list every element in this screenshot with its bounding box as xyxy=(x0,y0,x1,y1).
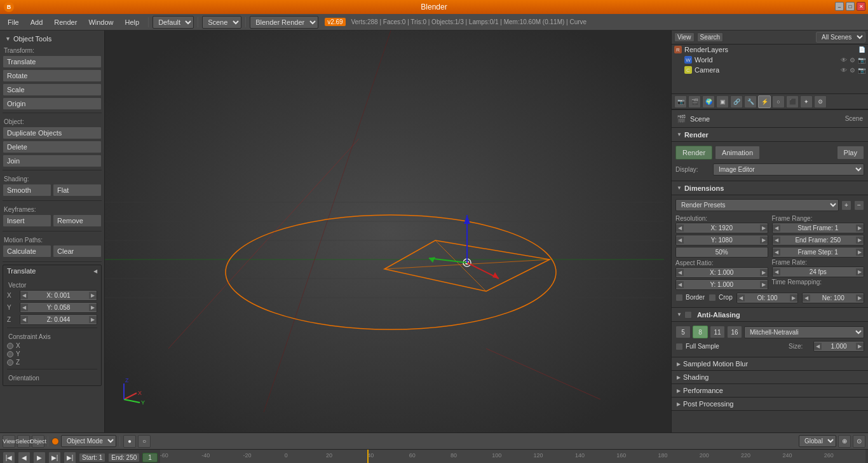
axis-z-dot[interactable] xyxy=(7,359,13,366)
timeline-next-btn[interactable]: ▶| xyxy=(48,452,61,464)
menu-help[interactable]: Help xyxy=(120,17,145,27)
delete-button[interactable]: Delete xyxy=(3,141,102,153)
ne-inc[interactable]: ▶ xyxy=(856,294,864,301)
size-dec[interactable]: ◀ xyxy=(814,343,822,350)
prop-icon-physics[interactable]: ⚙ xyxy=(814,95,827,108)
start-inc[interactable]: ▶ xyxy=(856,225,864,232)
global-select[interactable]: Global xyxy=(799,435,836,447)
outliner-item-world[interactable]: W World 👁 ⚙ 📷 xyxy=(672,55,868,65)
aspect-x-inc[interactable]: ▶ xyxy=(760,269,768,276)
y-dec-arrow[interactable]: ◀ xyxy=(20,304,28,311)
current-frame-display[interactable]: 1 xyxy=(142,453,158,462)
origin-button[interactable]: Origin xyxy=(3,97,102,110)
translate-section-header[interactable]: Translate ◀ xyxy=(3,265,101,277)
calculate-button[interactable]: Calculate xyxy=(3,245,51,258)
translate-button[interactable]: Translate xyxy=(3,55,102,68)
x-dec-arrow[interactable]: ◀ xyxy=(20,292,28,299)
timeline-play-btn[interactable]: ▶ xyxy=(33,452,46,464)
snap-btn[interactable]: ⊕ xyxy=(838,435,851,448)
x-inc-arrow[interactable]: ▶ xyxy=(89,292,97,299)
outliner-item-renderlayers[interactable]: R RenderLayers 📄 xyxy=(672,45,868,55)
menu-add[interactable]: Add xyxy=(25,17,48,27)
aspect-y-inc[interactable]: ▶ xyxy=(760,281,768,288)
start-frame-display[interactable]: Start: 1 xyxy=(79,453,105,462)
prop-icon-render[interactable]: 📷 xyxy=(674,95,687,108)
fps-inc[interactable]: ▶ xyxy=(856,268,864,275)
aa-section-header[interactable]: ▼ Anti-Aliasing xyxy=(672,308,868,322)
clear-button[interactable]: Clear xyxy=(53,245,102,258)
res-y-dec[interactable]: ◀ xyxy=(676,237,684,244)
prop-icon-constraints[interactable]: 🔗 xyxy=(730,95,743,108)
prop-icon-texture[interactable]: ⬛ xyxy=(786,95,799,108)
select-button[interactable]: Select xyxy=(17,435,30,448)
ol-dec[interactable]: ◀ xyxy=(737,294,745,301)
aa-btn-8[interactable]: 8 xyxy=(693,326,708,338)
shading-header[interactable]: ▶ Shading xyxy=(672,371,868,384)
timeline-ruler[interactable]: -60-40-200204060801001201401601802002202… xyxy=(160,450,865,463)
duplicate-button[interactable]: Duplicate Objects xyxy=(3,127,102,139)
end-dec[interactable]: ◀ xyxy=(773,237,780,244)
close-button[interactable]: ✕ xyxy=(857,2,865,11)
mode-icon[interactable] xyxy=(51,438,59,445)
menu-window[interactable]: Window xyxy=(83,17,118,27)
timeline-prev-btn[interactable]: ◀ xyxy=(18,452,31,464)
aa-btn-11[interactable]: 11 xyxy=(710,326,725,338)
presets-add-btn[interactable]: + xyxy=(841,200,851,211)
render-section-header[interactable]: ▼ Render xyxy=(672,128,868,142)
prop-icon-particles[interactable]: ✦ xyxy=(800,95,813,108)
outliner-item-camera[interactable]: C Camera 👁 ⚙ 📷 xyxy=(672,65,868,75)
animation-button[interactable]: Animation xyxy=(715,146,760,160)
render-engine-select[interactable]: Blender Render xyxy=(250,16,318,29)
menu-render[interactable]: Render xyxy=(49,17,82,27)
prop-icon-world[interactable]: 🌍 xyxy=(702,95,715,108)
res-y-inc[interactable]: ▶ xyxy=(760,237,768,244)
insert-button[interactable]: Insert xyxy=(3,214,51,227)
viewport[interactable]: User Persp + (1) Curve xyxy=(105,31,671,432)
presets-remove-btn[interactable]: − xyxy=(854,200,864,211)
render-presets-select[interactable]: Render Presets xyxy=(675,199,839,211)
aspect-y-dec[interactable]: ◀ xyxy=(676,281,684,288)
start-dec[interactable]: ◀ xyxy=(773,225,780,232)
res-x-inc[interactable]: ▶ xyxy=(760,225,768,232)
scene-select[interactable]: Scene xyxy=(202,16,241,29)
viewport-shade-solid[interactable]: ● xyxy=(123,435,136,448)
rotate-button[interactable]: Rotate xyxy=(3,69,102,82)
viewport-shade-wire[interactable]: ○ xyxy=(138,435,151,448)
prop-icon-material[interactable]: ○ xyxy=(772,95,785,108)
flat-button[interactable]: Flat xyxy=(53,184,102,197)
aa-btn-16[interactable]: 16 xyxy=(727,326,742,338)
end-frame-display[interactable]: End: 250 xyxy=(108,453,140,462)
mode-select[interactable]: Object Mode xyxy=(61,435,116,447)
minimize-button[interactable]: – xyxy=(835,2,844,11)
render-button[interactable]: Render xyxy=(675,146,712,160)
aa-btn-5[interactable]: 5 xyxy=(675,326,691,338)
z-inc-arrow[interactable]: ▶ xyxy=(89,316,97,323)
size-inc[interactable]: ▶ xyxy=(856,343,864,350)
motion-blur-header[interactable]: ▶ Sampled Motion Blur xyxy=(672,357,868,370)
camera-extra-icon[interactable]: ⚙ xyxy=(850,67,855,74)
timeline-start-btn[interactable]: |◀ xyxy=(3,452,15,464)
dimensions-section-header[interactable]: ▼ Dimensions xyxy=(672,181,868,195)
world-render-icon[interactable]: 📷 xyxy=(858,57,865,64)
res-x-dec[interactable]: ◀ xyxy=(676,225,684,232)
scale-button[interactable]: Scale xyxy=(3,83,102,96)
maximize-button[interactable]: □ xyxy=(846,2,855,11)
prop-icon-object[interactable]: ▣ xyxy=(716,95,729,108)
outliner-scenes-select[interactable]: All Scenes xyxy=(816,32,865,43)
full-sample-checkbox[interactable] xyxy=(675,343,683,350)
camera-render-icon[interactable]: 📷 xyxy=(858,67,865,74)
fps-dec[interactable]: ◀ xyxy=(773,268,780,275)
outliner-view-btn[interactable]: View xyxy=(674,32,695,42)
smooth-button[interactable]: Smooth xyxy=(3,184,51,197)
viewport-corner-button[interactable]: + xyxy=(659,34,668,43)
prop-icon-scene[interactable]: 🎬 xyxy=(688,95,701,108)
step-dec[interactable]: ◀ xyxy=(773,249,780,256)
aa-filter-select[interactable]: Mitchell-Netravali xyxy=(744,326,864,338)
timeline-end-btn[interactable]: ▶| xyxy=(64,452,76,464)
ol-inc[interactable]: ▶ xyxy=(790,294,797,301)
display-select[interactable]: Image Editor xyxy=(713,163,864,176)
y-inc-arrow[interactable]: ▶ xyxy=(89,304,97,311)
world-eye-icon[interactable]: 👁 xyxy=(841,57,847,64)
play-button[interactable]: Play xyxy=(837,146,864,160)
world-extra-icon[interactable]: ⚙ xyxy=(850,57,855,64)
